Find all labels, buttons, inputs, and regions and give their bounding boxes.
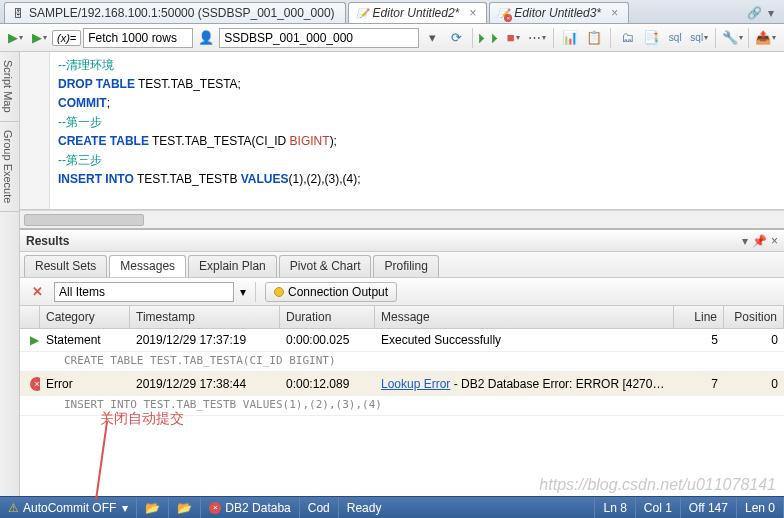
vtab-script-map[interactable]: Script Map xyxy=(0,52,19,122)
sb-icon-2[interactable]: 📂 xyxy=(169,497,201,518)
user-icon[interactable]: 👤 xyxy=(195,27,217,49)
tab-label: Editor Untitled2* xyxy=(373,6,460,20)
sql-echo: CREATE TABLE TEST.TAB_TESTA(CI_ID BIGINT… xyxy=(20,352,784,372)
connection-output-button[interactable]: Connection Output xyxy=(265,282,397,302)
h-scrollbar[interactable] xyxy=(20,210,784,228)
code-area[interactable]: --清理环境 DROP TABLE TEST.TAB_TESTA; COMMIT… xyxy=(50,52,784,209)
col-line[interactable]: Line xyxy=(674,306,724,328)
refresh-icon[interactable]: ⟳ xyxy=(445,27,467,49)
results-title: Results xyxy=(26,234,69,248)
schema-select[interactable] xyxy=(219,28,419,48)
chevron-down-icon[interactable]: ▾ xyxy=(768,6,774,20)
ln-status: Ln 8 xyxy=(595,497,635,518)
warning-icon: ⚠ xyxy=(8,501,19,515)
col-duration[interactable]: Duration xyxy=(280,306,375,328)
results-tabs: Result Sets Messages Explain Plan Pivot … xyxy=(20,252,784,278)
filter-select[interactable] xyxy=(54,282,234,302)
error-status-icon: × xyxy=(209,502,221,514)
run-button[interactable]: ▶ xyxy=(4,27,26,49)
stop-button[interactable]: ■ xyxy=(502,27,524,49)
sql-editor[interactable]: --清理环境 DROP TABLE TEST.TAB_TESTA; COMMIT… xyxy=(20,52,784,210)
tab-label: Editor Untitled3* xyxy=(514,6,601,20)
message-row-error[interactable]: × Error 2019/12/29 17:38:44 0:00:12.089 … xyxy=(20,372,784,396)
vertical-tabs: Script Map Group Execute xyxy=(0,52,20,496)
vtab-group-execute[interactable]: Group Execute xyxy=(0,122,19,212)
sql-icon[interactable]: sql xyxy=(664,27,686,49)
rtab-result-sets[interactable]: Result Sets xyxy=(24,255,107,277)
tab-connection[interactable]: 🗄 SAMPLE/192.168.100.1:50000 (SSDBSP_001… xyxy=(4,2,346,23)
sb-icon-1[interactable]: 📂 xyxy=(137,497,169,518)
col-status: Col 1 xyxy=(636,497,681,518)
toolbar-icon-4[interactable]: 📑 xyxy=(640,27,662,49)
db-status[interactable]: × DB2 Databa xyxy=(201,497,299,518)
toolbar-icon-3[interactable]: 🗂 xyxy=(616,27,638,49)
col-category[interactable]: Category xyxy=(40,306,130,328)
tab-editor-3[interactable]: 📝× Editor Untitled3* × xyxy=(489,2,629,23)
toolbar-icon-6[interactable]: 📤 xyxy=(754,27,776,49)
status-bar: ⚠ AutoCommit OFF▾ 📂 📂 × DB2 Databa Cod R… xyxy=(0,496,784,518)
main-toolbar: ▶ ▶ (x)= 👤 ▾ ⟳ ⏵⏵ ■ ⋯ 📊 📋 🗂 📑 sql sql 🔧 … xyxy=(0,24,784,52)
rtab-explain[interactable]: Explain Plan xyxy=(188,255,277,277)
error-icon: × xyxy=(30,377,40,391)
lookup-error-link[interactable]: Lookup Error xyxy=(381,377,450,391)
rtab-messages[interactable]: Messages xyxy=(109,255,186,277)
close-icon[interactable]: × xyxy=(611,6,618,20)
pin-icon[interactable]: ▾ xyxy=(742,234,748,248)
scroll-thumb[interactable] xyxy=(24,214,144,226)
close-panel-icon[interactable]: × xyxy=(771,234,778,248)
run-step-button[interactable]: ▶ xyxy=(28,27,50,49)
editor-error-icon: 📝× xyxy=(496,6,510,20)
messages-grid: Category Timestamp Duration Message Line… xyxy=(20,306,784,496)
delete-icon[interactable]: ✕ xyxy=(26,281,48,303)
close-icon[interactable]: × xyxy=(469,6,476,20)
message-row[interactable]: ▶ Statement 2019/12/29 17:37:19 0:00:00.… xyxy=(20,329,784,352)
dropdown-icon[interactable]: ▾ xyxy=(240,285,246,299)
col-timestamp[interactable]: Timestamp xyxy=(130,306,280,328)
play-icon: ▶ xyxy=(30,333,39,347)
rtab-pivot[interactable]: Pivot & Chart xyxy=(279,255,372,277)
fx-label[interactable]: (x)= xyxy=(52,30,81,46)
file-tabs: 🗄 SAMPLE/192.168.100.1:50000 (SSDBSP_001… xyxy=(0,0,784,24)
toolbar-icon-5[interactable]: 🔧 xyxy=(721,27,743,49)
play-all-icon[interactable]: ⏵⏵ xyxy=(478,27,500,49)
link-icon[interactable]: 🔗 xyxy=(747,6,762,20)
pin2-icon[interactable]: 📌 xyxy=(752,234,767,248)
more-button[interactable]: ⋯ xyxy=(526,27,548,49)
editor-icon: 📝 xyxy=(355,6,369,20)
toolbar-icon-1[interactable]: 📊 xyxy=(559,27,581,49)
code-status: Cod xyxy=(300,497,339,518)
status-dot-icon xyxy=(274,287,284,297)
toolbar-icon-2[interactable]: 📋 xyxy=(583,27,605,49)
editor-gutter xyxy=(20,52,50,209)
col-message[interactable]: Message xyxy=(375,306,674,328)
autocommit-toggle[interactable]: ⚠ AutoCommit OFF▾ xyxy=(0,497,137,518)
fetch-input[interactable] xyxy=(83,28,193,48)
db-icon: 🗄 xyxy=(11,6,25,20)
sql-dd-icon[interactable]: sql xyxy=(688,27,710,49)
ready-status: Ready xyxy=(339,497,596,518)
rtab-profiling[interactable]: Profiling xyxy=(373,255,438,277)
results-panel: Results ▾ 📌 × Result Sets Messages Expla… xyxy=(20,228,784,496)
tab-label: SAMPLE/192.168.100.1:50000 (SSDBSP_001_0… xyxy=(29,6,335,20)
col-position[interactable]: Position xyxy=(724,306,784,328)
len-status: Len 0 xyxy=(737,497,784,518)
sql-echo: INSERT INTO TEST.TAB_TESTB VALUES(1),(2)… xyxy=(20,396,784,416)
tab-editor-2[interactable]: 📝 Editor Untitled2* × xyxy=(348,2,488,23)
dropdown-icon[interactable]: ▾ xyxy=(421,27,443,49)
off-status: Off 147 xyxy=(681,497,737,518)
